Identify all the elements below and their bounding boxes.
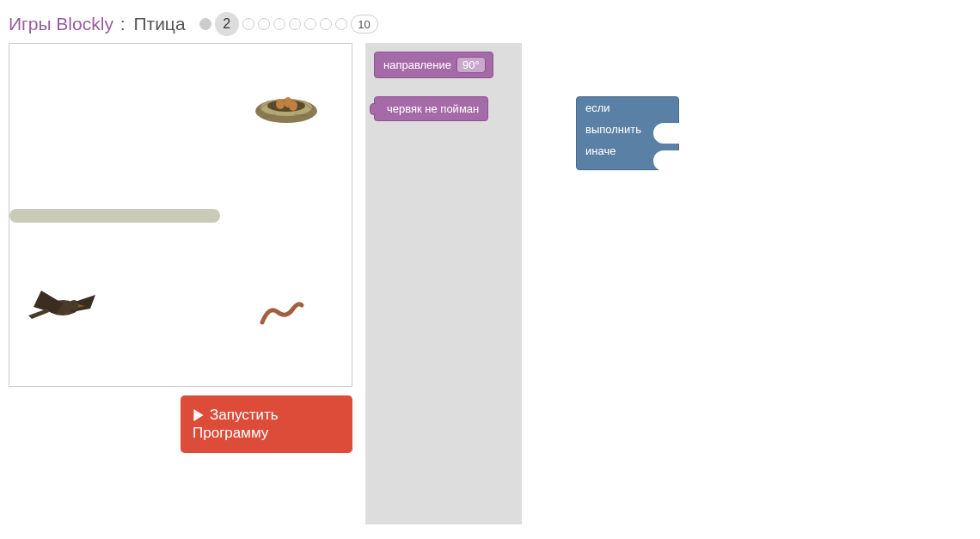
worm-icon xyxy=(259,300,305,328)
block-heading-label: направление xyxy=(383,58,451,71)
block-if-row: если xyxy=(577,97,678,119)
block-heading[interactable]: направление 90° xyxy=(374,52,493,78)
level-dot-6[interactable] xyxy=(289,18,301,30)
svg-point-11 xyxy=(69,300,79,310)
run-button-line2: Программу xyxy=(193,425,268,441)
svg-point-5 xyxy=(289,101,297,111)
blockly-workspace[interactable]: направление 90° червяк не пойман если вы… xyxy=(365,43,971,524)
header: Игры Blockly : Птица 2 10 xyxy=(0,0,980,43)
level-dot-9[interactable] xyxy=(335,18,347,30)
level-dot-7[interactable] xyxy=(304,18,316,30)
level-dot-8[interactable] xyxy=(320,18,332,30)
block-do-row: выполнить xyxy=(577,119,678,140)
level-dot-1[interactable] xyxy=(199,18,211,30)
level-dot-3[interactable] xyxy=(242,18,254,30)
level-dot-10[interactable]: 10 xyxy=(351,15,378,34)
block-no-worm-label: червяк не пойман xyxy=(387,102,479,115)
nest-icon xyxy=(252,85,321,124)
left-column: Запустить Программу xyxy=(9,43,352,524)
level-selector: 2 10 xyxy=(198,12,380,36)
block-if-else[interactable]: если выполнить иначе xyxy=(576,96,679,170)
play-icon xyxy=(193,409,205,421)
level-dot-2[interactable]: 2 xyxy=(215,12,239,36)
block-else-label: иначе xyxy=(585,144,616,157)
site-link[interactable]: Игры Blockly xyxy=(9,14,113,34)
block-heading-value[interactable]: 90° xyxy=(456,57,486,73)
game-stage xyxy=(9,43,352,387)
block-no-worm[interactable]: червяк не пойман xyxy=(374,96,488,121)
wall xyxy=(9,209,220,223)
run-button[interactable]: Запустить Программу xyxy=(181,395,352,453)
bird-icon xyxy=(28,278,101,329)
page-title: Игры Blockly : Птица xyxy=(9,14,186,34)
run-button-line1: Запустить xyxy=(210,407,279,423)
block-if-label: если xyxy=(585,101,610,114)
title-separator: : xyxy=(120,14,126,34)
main-area: Запустить Программу направление 90° черв… xyxy=(0,43,980,533)
level-dot-5[interactable] xyxy=(273,18,285,30)
block-do-label: выполнить xyxy=(585,123,641,136)
level-dot-4[interactable] xyxy=(258,18,270,30)
svg-point-3 xyxy=(276,99,285,109)
game-name: Птица xyxy=(133,14,185,34)
